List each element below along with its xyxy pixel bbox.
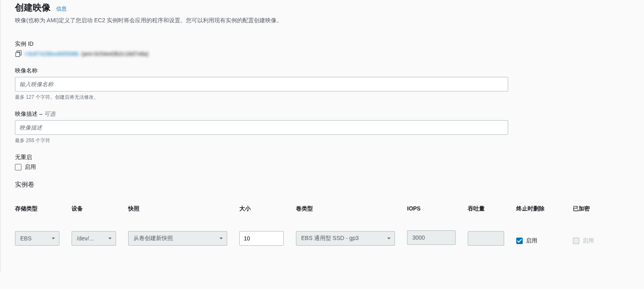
col-header-encrypted: 已加密 bbox=[573, 205, 617, 212]
delete-on-term-checkbox[interactable] bbox=[516, 238, 523, 244]
instance-id-group: 实例 ID i-0c6741fdxx400506b (ami-0c54e43b2… bbox=[15, 40, 629, 57]
caret-down-icon bbox=[219, 236, 224, 241]
image-name-helper: 最多 127 个字符。创建后将无法修改。 bbox=[15, 94, 629, 101]
image-desc-group: 映像描述 – 可选 最多 255 个字符 bbox=[15, 110, 629, 144]
copy-icon[interactable] bbox=[15, 50, 22, 57]
encrypted-checkbox bbox=[573, 238, 579, 244]
col-header-device: 设备 bbox=[72, 205, 116, 212]
col-header-snapshot: 快照 bbox=[128, 205, 227, 212]
page-description: 映像(也称为 AMI)定义了您启动 EC2 实例时将会应用的程序和设置。您可以利… bbox=[15, 17, 629, 24]
info-link[interactable]: 信息 bbox=[56, 6, 67, 12]
caret-down-icon bbox=[51, 236, 56, 241]
storage-type-select[interactable]: EBS bbox=[15, 231, 59, 246]
caret-down-icon bbox=[386, 236, 391, 241]
instance-id-value[interactable]: i-0c6741fdxx400506b bbox=[25, 51, 79, 57]
image-name-label: 映像名称 bbox=[15, 67, 629, 74]
image-desc-input[interactable] bbox=[15, 120, 508, 135]
page-header: 创建映像 信息 映像(也称为 AMI)定义了您启动 EC2 实例时将会应用的程序… bbox=[15, 2, 629, 24]
no-reboot-checkbox[interactable] bbox=[15, 164, 21, 170]
image-name-input[interactable] bbox=[15, 77, 508, 91]
snapshot-select[interactable]: 从卷创建新快照 bbox=[128, 231, 227, 246]
iops-value: 3000 bbox=[407, 230, 456, 245]
image-desc-helper: 最多 255 个字符 bbox=[15, 137, 629, 144]
page-title: 创建映像 bbox=[15, 2, 51, 14]
instance-volumes-group: 实例卷 存储类型 EBS 设备 /dev/... bbox=[15, 181, 629, 248]
instance-volumes-title: 实例卷 bbox=[15, 181, 629, 189]
throughput-value bbox=[468, 231, 504, 246]
image-name-group: 映像名称 最多 127 个字符。创建后将无法修改。 bbox=[15, 67, 629, 101]
caret-down-icon bbox=[108, 236, 112, 241]
instance-id-label: 实例 ID bbox=[15, 40, 629, 48]
instance-ami-value: (ami-0c54e43b2c18d7x8a) bbox=[81, 51, 149, 57]
delete-on-term-label: 启用 bbox=[526, 237, 537, 244]
col-header-delete: 终止时删除 bbox=[516, 205, 561, 212]
volume-type-select[interactable]: EBS 通用型 SSD - gp3 bbox=[296, 231, 395, 246]
col-header-voltype: 卷类型 bbox=[296, 205, 395, 212]
image-desc-label: 映像描述 – 可选 bbox=[15, 110, 629, 118]
col-header-storage: 存储类型 bbox=[15, 205, 59, 212]
encrypted-label: 启用 bbox=[583, 237, 594, 244]
col-header-throughput: 吞吐量 bbox=[468, 205, 504, 212]
volumes-table: 存储类型 EBS 设备 /dev/... 快照 bbox=[15, 205, 629, 248]
col-header-size: 大小 bbox=[239, 205, 284, 212]
size-input[interactable] bbox=[239, 231, 284, 246]
col-header-iops: IOPS bbox=[407, 205, 456, 212]
no-reboot-group: 无重启 启用 bbox=[15, 154, 629, 171]
no-reboot-label: 无重启 bbox=[15, 154, 629, 161]
device-select[interactable]: /dev/... bbox=[72, 231, 116, 246]
no-reboot-checkbox-label: 启用 bbox=[25, 164, 36, 171]
